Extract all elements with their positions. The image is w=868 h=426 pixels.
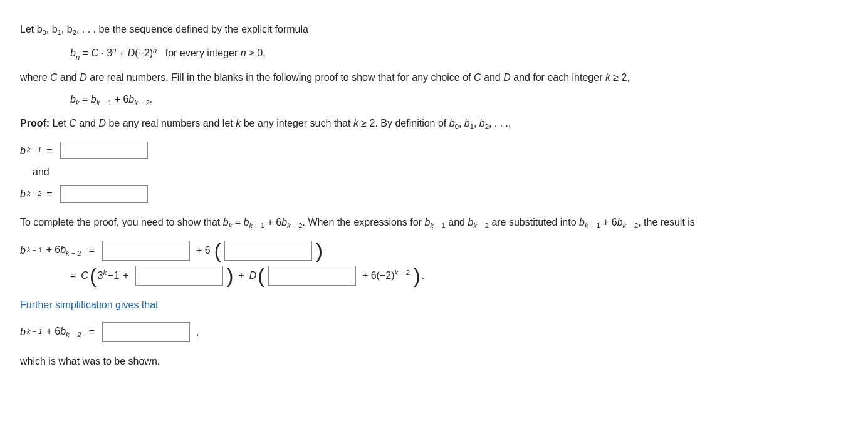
b2-sub: 2 — [73, 29, 76, 36]
intro-line1: Let b0, b1, b2, . . . be the sequence de… — [20, 21, 848, 39]
bk2-input[interactable] — [60, 185, 148, 203]
substitution-line1: bk − 1 + 6bk − 2 = + 6 ( ) = C ( 3k−1 + … — [20, 241, 848, 286]
sub2-blank1-input[interactable] — [135, 266, 223, 286]
bk1-section: bk− 1 = and bk− 2 = — [20, 142, 848, 203]
page-container: Let b0, b1, b2, . . . be the sequence de… — [20, 21, 848, 369]
sub1-blank2-input[interactable] — [224, 241, 312, 261]
bk2-label: b — [20, 186, 26, 202]
where-line: where C and D are real numbers. Fill in … — [20, 70, 848, 86]
b0-sub: 0 — [43, 29, 46, 36]
further-simplification-line: Further simplification gives that — [20, 297, 848, 313]
bk1-label: b — [20, 143, 26, 159]
and-label: and — [33, 164, 848, 180]
b1-sub: 1 — [58, 29, 61, 36]
sub2-blank2-input[interactable] — [268, 266, 356, 286]
conclusion-line: which is what was to be shown. — [20, 353, 848, 370]
complete-proof-line: To complete the proof, you need to show … — [20, 214, 848, 232]
explicit-formula: bn = C · 3n + D(−2)n for every integer n… — [70, 45, 848, 63]
bk1-input[interactable] — [60, 142, 148, 159]
sub1-blank1-input[interactable] — [102, 241, 190, 261]
final-blank-input[interactable] — [102, 322, 190, 342]
final-answer-line: bk − 1 + 6bk − 2 = , — [20, 322, 848, 342]
proof-intro-line: Proof: Let C and D be any real numbers a… — [20, 115, 848, 133]
recurrence-formula: bk = bk − 1 + 6bk − 2. — [70, 91, 848, 109]
